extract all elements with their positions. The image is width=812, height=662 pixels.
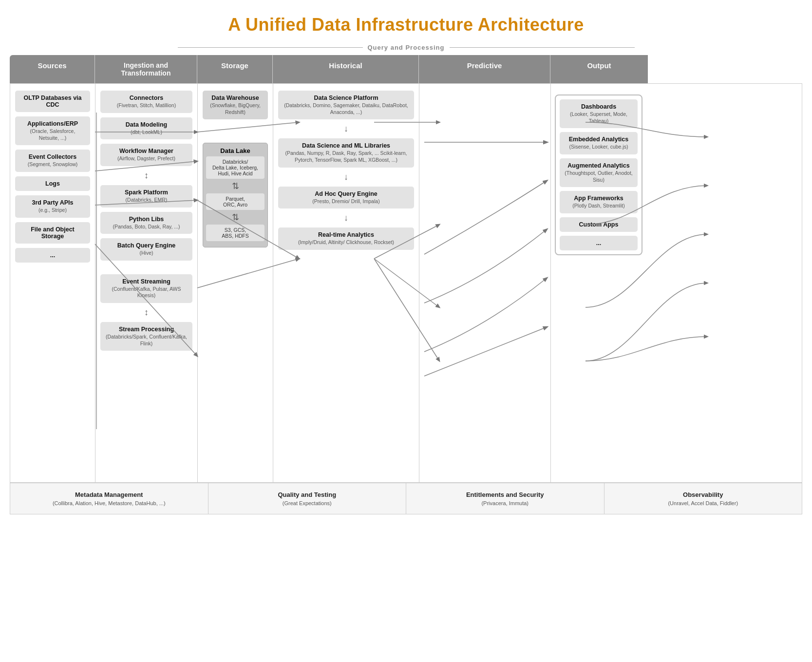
bottom-bar: Metadata Management (Collibra, Alation, … [10, 483, 802, 514]
full-wrap: A Unified Data Infrastructure Architectu… [10, 15, 802, 514]
hist-realtime-analytics: Real-time Analytics (Imply/Druid, Altini… [278, 227, 414, 250]
output-augmented-analytics: Augmented Analytics (Thoughtspot, Outlie… [560, 158, 638, 187]
ingest-connectors: Connectors (Fivetran, Stitch, Matillion) [100, 91, 192, 113]
storage-data-lake: Data Lake Databricks/Delta Lake, Iceberg… [203, 143, 268, 247]
ingest-spark: Spark Platform (Databricks, EMR) [100, 185, 192, 208]
bottom-observability: Observability (Unravel, Accel Data, Fidd… [604, 483, 802, 514]
sync-icon-1: ⇅ [206, 181, 264, 191]
bottom-quality-title: Quality and Testing [215, 491, 399, 498]
source-oltp: OLTP Databases via CDC [15, 91, 90, 112]
ingest-stream-processing: Stream Processing (Databricks/Spark, Con… [100, 322, 192, 351]
arrow-down-hist: ↓ [278, 124, 414, 134]
source-erp: Applications/ERP (Oracle, Salesforce, Ne… [15, 116, 90, 145]
hist-ml-libraries: Data Science and ML Libraries (Pandas, N… [278, 138, 414, 167]
arrow-down-hist3: ↓ [278, 213, 414, 223]
output-ellipsis: ... [560, 236, 638, 250]
bottom-metadata-sub: (Collibra, Alation, Hive, Metastore, Dat… [17, 500, 201, 506]
storage-warehouse: Data Warehouse (Snowflake, BigQuery, Red… [203, 91, 268, 119]
source-event-collectors: Event Collectors (Segment, Snowplow) [15, 150, 90, 172]
ingest-python-libs: Python Libs (Pandas, Boto, Dask, Ray, ..… [100, 212, 192, 234]
dl-sub-1: Databricks/Delta Lake, Iceberg,Hudi, Hiv… [206, 156, 264, 179]
bottom-entitlements: Entitlements and Security (Privacera, Im… [406, 483, 604, 514]
column-headers-row: Sources Ingestion andTransformation Stor… [10, 55, 802, 83]
bottom-entitlements-sub: (Privacera, Immuta) [413, 500, 597, 506]
header-output: Output [550, 55, 648, 83]
bidirectional-arrow-1: ↕ [100, 170, 192, 181]
dl-sub-3: S3, GCS,ABS, HDFS [206, 225, 264, 241]
source-file-storage: File and Object Storage [15, 222, 90, 244]
header-ingestion: Ingestion andTransformation [95, 55, 197, 83]
header-sources: Sources [10, 55, 95, 83]
bottom-quality: Quality and Testing (Great Expectations) [208, 483, 407, 514]
sources-section: OLTP Databases via CDC Applications/ERP … [10, 84, 95, 482]
bottom-quality-sub: (Great Expectations) [215, 500, 399, 506]
qp-line-right [450, 47, 635, 48]
bottom-entitlements-title: Entitlements and Security [413, 491, 597, 498]
source-logs: Logs [15, 176, 90, 191]
arrow-down-hist2: ↓ [278, 172, 414, 182]
output-custom-apps: Custom Apps [560, 217, 638, 232]
bottom-metadata: Metadata Management (Collibra, Alation, … [10, 483, 208, 514]
ingest-event-streaming: Event Streaming (Confluent/Kafka, Pulsar… [100, 274, 192, 303]
spacer-storage [203, 124, 268, 138]
bottom-observability-title: Observability [611, 491, 795, 498]
qp-line-left [178, 47, 363, 48]
hist-adhoc-query: Ad Hoc Query Engine (Presto, Dremio/ Dri… [278, 187, 414, 209]
output-dashboards: Dashboards (Looker, Superset, Mode, Tabl… [560, 99, 638, 128]
output-rounded-border: Dashboards (Looker, Superset, Mode, Tabl… [555, 95, 642, 255]
ingest-workflow-manager: Workflow Manager (Airflow, Dagster, Pref… [100, 144, 192, 166]
predictive-arrows-svg [419, 84, 551, 483]
ingest-data-modeling: Data Modeling (dbt, LookML) [100, 117, 192, 140]
output-section: Dashboards (Looker, Superset, Mode, Tabl… [551, 84, 648, 482]
source-ellipsis: ... [15, 248, 90, 263]
query-processing-bar: Query and Processing [10, 44, 802, 51]
bottom-metadata-title: Metadata Management [17, 491, 201, 498]
ingestion-section: Connectors (Fivetran, Stitch, Matillion)… [95, 84, 198, 482]
ingest-batch-query: Batch Query Engine (Hive) [100, 238, 192, 261]
spacer-1 [100, 265, 192, 270]
predictive-section [419, 84, 551, 482]
bottom-observability-sub: (Unravel, Accel Data, Fiddler) [611, 500, 795, 506]
historical-section: Data Science Platform (Databricks, Domin… [273, 84, 419, 482]
query-processing-label: Query and Processing [363, 44, 450, 51]
header-historical: Historical [273, 55, 419, 83]
header-storage: Storage [197, 55, 273, 83]
hist-data-science-platform: Data Science Platform (Databricks, Domin… [278, 91, 414, 119]
source-3rdparty-apis: 3rd Party APIs (e.g., Stripe) [15, 195, 90, 218]
storage-section: Data Warehouse (Snowflake, BigQuery, Red… [198, 84, 273, 482]
page-wrapper: A Unified Data Infrastructure Architectu… [0, 0, 812, 662]
output-app-frameworks: App Frameworks (Plotly Dash, Streamlit) [560, 191, 638, 213]
bidirectional-arrow-2: ↕ [100, 307, 192, 318]
architecture-main: OLTP Databases via CDC Applications/ERP … [10, 83, 802, 483]
header-predictive: Predictive [419, 55, 550, 83]
sync-icon-2: ⇅ [206, 212, 264, 223]
dl-sub-2: Parquet,ORC, Avro [206, 193, 264, 210]
page-title: A Unified Data Infrastructure Architectu… [10, 15, 802, 35]
output-embedded-analytics: Embedded Analytics (Sisense, Looker, cub… [560, 132, 638, 154]
